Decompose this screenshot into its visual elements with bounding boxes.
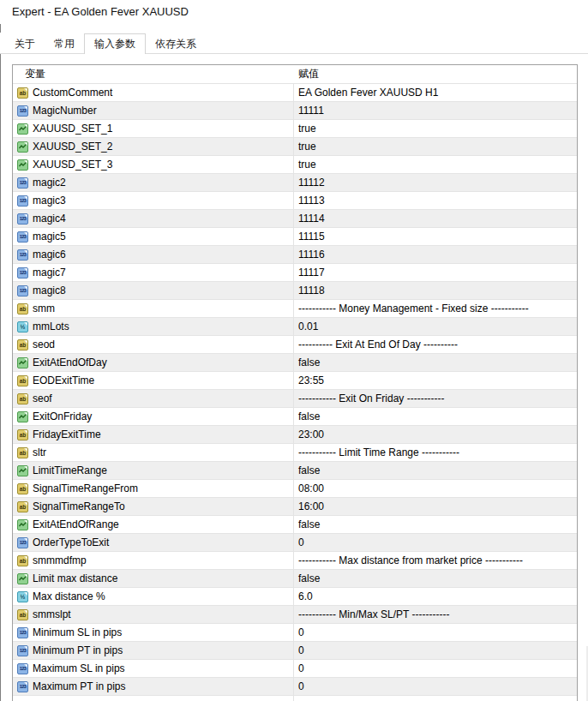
int-param-icon: 123 bbox=[17, 663, 28, 674]
string-param-icon: ab bbox=[17, 483, 28, 494]
param-row[interactable]: 123magic811118 bbox=[13, 282, 577, 300]
param-row[interactable]: Limit max distancefalse bbox=[13, 570, 577, 588]
param-value-cell[interactable]: 0 bbox=[293, 660, 577, 677]
int-param-icon: 123 bbox=[17, 105, 28, 117]
param-row[interactable]: abSignalTimeRangeTo16:00 bbox=[13, 498, 577, 516]
window-title: Expert - EA Golden Fever XAUUSD bbox=[12, 4, 189, 20]
param-row[interactable]: 123magic211112 bbox=[13, 174, 577, 192]
param-value-cell[interactable]: true bbox=[293, 156, 577, 173]
param-name: Max distance % bbox=[33, 590, 105, 602]
param-value-cell[interactable]: 0 bbox=[293, 642, 577, 659]
param-row[interactable]: ½Max distance %6.0 bbox=[13, 588, 577, 606]
param-row[interactable]: 123OrderTypeToExit0 bbox=[13, 534, 577, 552]
param-row[interactable]: LimitTimeRangefalse bbox=[13, 462, 577, 480]
param-row[interactable]: absmmslpt----------- Min/Max SL/PT -----… bbox=[13, 606, 577, 624]
string-param-icon: ab bbox=[17, 393, 28, 404]
param-value-cell[interactable]: ----------- Max distance from market pri… bbox=[293, 552, 577, 569]
column-divider bbox=[293, 65, 294, 701]
tab-inputs[interactable]: 输入参数 bbox=[84, 33, 146, 54]
param-value-cell[interactable]: 16:00 bbox=[293, 498, 577, 515]
param-value: ----------- Money Management - Fixed siz… bbox=[298, 303, 529, 315]
param-row[interactable]: 123MagicNumber11111 bbox=[13, 102, 577, 120]
param-row[interactable]: XAUUSD_SET_2true bbox=[13, 138, 577, 156]
bool-param-icon bbox=[17, 465, 28, 476]
param-name-cell: 123magic4 bbox=[13, 210, 293, 227]
param-row[interactable]: 123magic411114 bbox=[13, 210, 577, 228]
param-row[interactable]: XAUUSD_SET_3true bbox=[13, 156, 577, 174]
param-value-cell[interactable]: 0 bbox=[293, 678, 577, 695]
tab-dependencies[interactable]: 依存关系 bbox=[146, 35, 206, 53]
param-value: 0.01 bbox=[298, 321, 318, 333]
param-value-cell[interactable]: 11113 bbox=[293, 192, 577, 209]
param-row[interactable]: ExitAtEndOfRangefalse bbox=[13, 516, 577, 534]
param-name: Maximum PT in pips bbox=[33, 680, 125, 692]
param-name: sltr bbox=[33, 446, 46, 458]
param-value-cell[interactable]: ----------- Money Management - Fixed siz… bbox=[293, 300, 577, 317]
param-value-cell[interactable]: 0 bbox=[293, 624, 577, 641]
param-row[interactable]: 123Minimum PT in pips0 bbox=[13, 642, 577, 660]
param-value-cell[interactable]: 11115 bbox=[293, 228, 577, 245]
param-value-cell[interactable]: 23:55 bbox=[293, 372, 577, 389]
param-name-cell: 123magic7 bbox=[13, 264, 293, 281]
param-row[interactable]: ExitAtEndOfDayfalse bbox=[13, 354, 577, 372]
param-value-cell[interactable]: ----------- Limit Time Range ----------- bbox=[293, 444, 577, 461]
param-row[interactable]: abseod---------- Exit At End Of Day ----… bbox=[13, 336, 577, 354]
param-row[interactable]: abFridayExitTime23:00 bbox=[13, 426, 577, 444]
param-value-cell[interactable]: 11114 bbox=[293, 210, 577, 227]
param-row[interactable]: 123Minimum SL in pips0 bbox=[13, 624, 577, 642]
param-row[interactable]: 123magic611116 bbox=[13, 246, 577, 264]
param-row[interactable]: absmm----------- Money Management - Fixe… bbox=[13, 300, 577, 318]
param-row[interactable]: abSignalTimeRangeFrom08:00 bbox=[13, 480, 577, 498]
param-value-cell[interactable]: true bbox=[293, 120, 577, 137]
param-value-cell[interactable]: 6.0 bbox=[293, 588, 577, 605]
tab-about[interactable]: 关于 bbox=[5, 35, 45, 53]
param-row[interactable]: absmmmdfmp----------- Max distance from … bbox=[13, 552, 577, 570]
param-row[interactable]: XAUUSD_SET_1true bbox=[13, 120, 577, 138]
param-value-cell[interactable]: false bbox=[293, 516, 577, 533]
param-value-cell[interactable]: ----------- Min/Max SL/PT ----------- bbox=[293, 606, 577, 623]
param-value: 11111 bbox=[298, 105, 324, 117]
param-name-cell: abseod bbox=[13, 336, 293, 353]
param-value-cell[interactable]: 08:00 bbox=[293, 480, 577, 497]
param-row[interactable]: ½mmLots0.01 bbox=[13, 318, 577, 336]
param-value-cell[interactable]: 11111 bbox=[293, 102, 577, 119]
param-value-cell[interactable]: false bbox=[293, 462, 577, 479]
param-value-cell[interactable]: ----------- Exit On Friday ----------- bbox=[293, 390, 577, 407]
param-name: magic2 bbox=[33, 177, 66, 189]
param-value-cell[interactable]: 11116 bbox=[293, 246, 577, 263]
tab-common[interactable]: 常用 bbox=[45, 35, 84, 53]
param-value: false bbox=[298, 410, 320, 422]
param-value-cell[interactable]: 11112 bbox=[293, 174, 577, 191]
param-value-cell[interactable]: false bbox=[293, 354, 577, 371]
param-value-cell[interactable]: 0.01 bbox=[293, 318, 577, 335]
param-row[interactable]: 123magic511115 bbox=[13, 228, 577, 246]
param-row[interactable]: 123magic311113 bbox=[13, 192, 577, 210]
param-value-cell[interactable]: EA Golden Fever XAUUSD H1 bbox=[293, 84, 577, 101]
param-value-cell[interactable]: 11118 bbox=[293, 282, 577, 299]
param-value-cell[interactable]: ---------- Exit At End Of Day ---------- bbox=[293, 336, 577, 353]
param-value-cell[interactable]: 11117 bbox=[293, 264, 577, 281]
param-row[interactable]: abCustomCommentEA Golden Fever XAUUSD H1 bbox=[13, 84, 577, 102]
param-value-cell[interactable]: 23:00 bbox=[293, 426, 577, 443]
param-row[interactable]: 123magic711117 bbox=[13, 264, 577, 282]
param-name: Minimum SL in pips bbox=[33, 626, 122, 638]
param-value-cell[interactable]: true bbox=[293, 138, 577, 155]
param-row[interactable]: abEODExitTime23:55 bbox=[13, 372, 577, 390]
param-value-cell[interactable]: false bbox=[293, 570, 577, 587]
bool-param-icon bbox=[17, 519, 28, 530]
param-name-cell: abCustomComment bbox=[13, 84, 293, 101]
param-row[interactable]: 123Maximum PT in pips0 bbox=[13, 678, 577, 696]
param-value-cell[interactable]: false bbox=[293, 408, 577, 425]
param-row[interactable]: ExitOnFridayfalse bbox=[13, 408, 577, 426]
param-value: 23:00 bbox=[298, 428, 324, 440]
double-param-icon: ½ bbox=[17, 321, 28, 333]
param-row[interactable]: absltr----------- Limit Time Range -----… bbox=[13, 444, 577, 462]
param-name: smm bbox=[33, 303, 55, 315]
param-value: 0 bbox=[298, 644, 304, 656]
int-param-icon: 123 bbox=[17, 285, 28, 297]
param-row[interactable]: abseof----------- Exit On Friday -------… bbox=[13, 390, 577, 408]
bool-param-icon bbox=[17, 159, 28, 171]
param-value-cell[interactable]: 0 bbox=[293, 534, 577, 551]
param-row[interactable]: 123Maximum SL in pips0 bbox=[13, 660, 577, 678]
param-name-cell: absmmslpt bbox=[13, 606, 293, 623]
